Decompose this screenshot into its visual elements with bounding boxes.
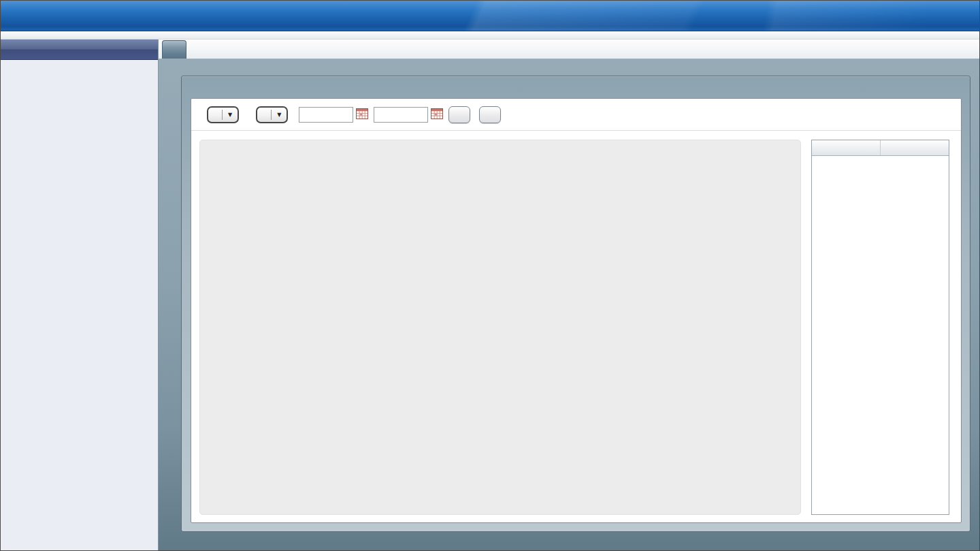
legend-swatch [208, 499, 216, 506]
trend-chart-card [199, 140, 801, 515]
header-divider-strip [1, 31, 979, 40]
stat-button[interactable] [448, 106, 470, 123]
sidebar-empty [1, 60, 158, 550]
column-header-time[interactable] [812, 140, 880, 155]
column-header-avg-power[interactable] [880, 140, 949, 155]
outer-panel: ▼ ▼ [181, 76, 970, 532]
toolbar: ▼ ▼ [191, 99, 961, 131]
sidebar [1, 40, 159, 550]
chart-title [200, 140, 800, 159]
tab-bar [159, 40, 979, 59]
state-select-dropdown[interactable]: ▼ [256, 106, 288, 123]
content-background: ▼ ▼ [159, 59, 979, 550]
export-button[interactable] [479, 106, 501, 123]
content-area: ▼ ▼ [159, 40, 979, 550]
panel-body [191, 131, 961, 522]
start-time-input[interactable] [299, 107, 353, 123]
inner-panel: ▼ ▼ [191, 98, 962, 523]
chart-legend [208, 499, 221, 506]
tab-trend-chart[interactable] [162, 40, 186, 59]
trend-chart [200, 159, 404, 262]
chevron-down-icon: ▼ [223, 112, 238, 118]
sidebar-header [1, 40, 158, 60]
app-window: ▼ ▼ [0, 0, 980, 551]
end-time-input[interactable] [374, 107, 428, 123]
data-table [812, 140, 949, 156]
start-calendar-icon[interactable] [355, 108, 369, 121]
fan-select-dropdown[interactable]: ▼ [207, 106, 239, 123]
app-header [1, 1, 979, 31]
end-calendar-icon[interactable] [430, 108, 444, 121]
data-table-panel [811, 140, 949, 515]
chevron-down-icon: ▼ [272, 112, 287, 118]
